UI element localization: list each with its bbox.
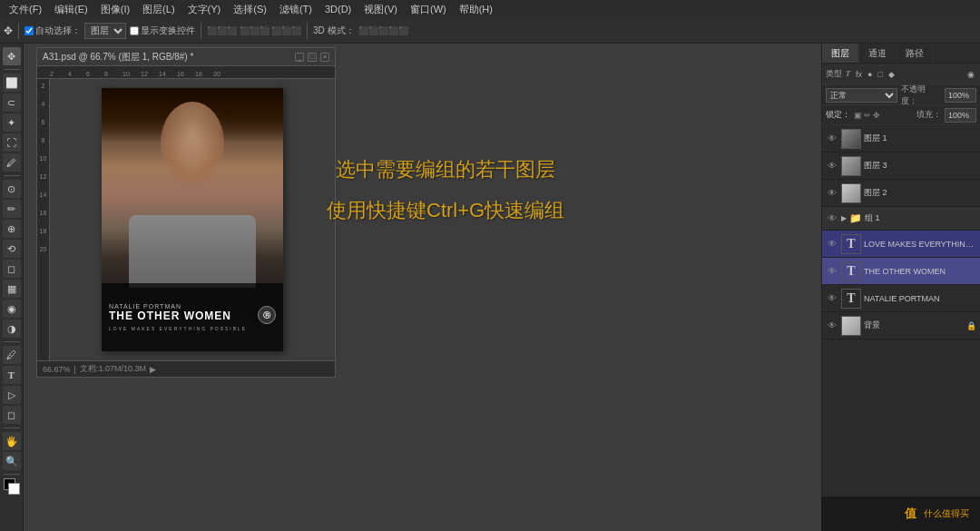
layers-filter-icons: 𝑇 fx ● □ ◆ <box>844 69 897 79</box>
tab-paths[interactable]: 路径 <box>897 44 934 63</box>
tool-marquee[interactable]: ⬜ <box>3 74 21 92</box>
menu-item-view[interactable]: 视图(V) <box>358 0 403 18</box>
layer-dropdown[interactable]: 图层 <box>84 23 126 39</box>
ruler-top: 2 4 6 8 10 12 14 16 18 20 <box>37 66 335 79</box>
doc-minimize-button[interactable]: _ <box>295 53 304 62</box>
filter-attr-icon[interactable]: □ <box>876 70 884 79</box>
tool-gradient[interactable]: ▦ <box>3 280 21 298</box>
layer-item-bg[interactable]: 👁 背景 🔒 <box>822 312 980 339</box>
menu-item-3d[interactable]: 3D(D) <box>319 0 357 18</box>
filter-type-icon[interactable]: 𝑇 <box>844 69 852 79</box>
layer-item-text1[interactable]: 👁 T LOVE MAKES EVERYTHING ... <box>822 231 980 258</box>
menu-item-layer[interactable]: 图层(L) <box>137 0 180 18</box>
background-color[interactable] <box>8 483 20 495</box>
menu-bar: 文件(F) 编辑(E) 图像(I) 图层(L) 文字(Y) 选择(S) 滤镜(T… <box>0 0 980 18</box>
tool-dodge[interactable]: ◑ <box>3 320 21 338</box>
ruler-mark: 8 <box>104 71 122 77</box>
layer-visibility-layer3[interactable]: 👁 <box>826 160 838 172</box>
tab-channels[interactable]: 通道 <box>859 44 897 63</box>
watermark-icon: 值 <box>905 506 916 522</box>
ruler-mark: 18 <box>195 71 213 77</box>
layer-item-text2[interactable]: 👁 T THE OTHER WOMEN <box>822 258 980 285</box>
show-transform-label[interactable]: 显示变换控件 <box>130 25 195 37</box>
tool-zoom[interactable]: 🔍 <box>3 452 21 470</box>
main-layout: ✥ ⬜ ⊂ ✦ ⛶ 🖉 ⊙ ✏ ⊕ ⟲ ◻ ▦ ◉ ◑ 🖊 T ▷ ◻ 🖐 🔍 <box>0 44 980 531</box>
color-swatch[interactable] <box>4 478 20 495</box>
tool-quick-select[interactable]: ✦ <box>3 113 21 132</box>
filter-mode-icon[interactable]: ● <box>866 70 874 79</box>
menu-item-select[interactable]: 选择(S) <box>228 0 272 18</box>
center-annotation: 选中需要编组的若干图层 使用快捷键Ctrl+G快速编组 <box>327 153 564 226</box>
filter-fx-icon[interactable]: fx <box>854 70 864 79</box>
layer-visibility-text2[interactable]: 👁 <box>826 265 838 278</box>
tool-path-select[interactable]: ▷ <box>3 386 21 404</box>
lock-transparent-icon[interactable]: ▣ <box>854 111 862 120</box>
auto-select-label[interactable]: 自动选择： <box>24 25 81 37</box>
toolbar-separator <box>18 23 19 39</box>
fill-value[interactable]: 100% <box>945 108 976 123</box>
menu-item-text[interactable]: 文字(Y) <box>182 0 227 18</box>
layer-visibility-text1[interactable]: 👁 <box>826 238 838 251</box>
filter-color-icon[interactable]: ◆ <box>887 70 897 79</box>
doc-maximize-button[interactable]: □ <box>308 53 317 62</box>
tool-pen[interactable]: 🖊 <box>3 346 21 364</box>
tool-history[interactable]: ⟲ <box>3 240 21 258</box>
fill-label: 填充： <box>916 109 941 121</box>
ruler-v-mark: 14 <box>40 192 47 210</box>
ruler-v-mark: 16 <box>40 210 47 228</box>
layer-visibility-text3[interactable]: 👁 <box>826 292 838 305</box>
layer-thumbnail-bg <box>841 316 861 336</box>
doc-close-button[interactable]: × <box>320 53 329 62</box>
doc-title: A31.psd @ 66.7% (图层 1, RGB/8#) * <box>43 51 193 64</box>
doc-statusbar: 66.67% | 文档:1.07M/10.3M ▶ <box>37 360 335 377</box>
menu-item-help[interactable]: 帮助(H) <box>454 0 498 18</box>
layer-visibility-group1[interactable]: 👁 <box>826 212 838 225</box>
show-transform-checkbox[interactable] <box>130 26 139 35</box>
menu-item-image[interactable]: 图像(I) <box>95 0 135 18</box>
annotation-line1: 选中需要编组的若干图层 <box>327 153 564 185</box>
menu-item-window[interactable]: 窗口(W) <box>405 0 452 18</box>
group-chevron-icon[interactable]: ▶ <box>841 214 847 222</box>
tool-clone[interactable]: ⊕ <box>3 220 21 238</box>
tool-lasso[interactable]: ⊂ <box>3 93 21 112</box>
layer-visibility-layer1[interactable]: 👁 <box>826 133 838 145</box>
layer-item-layer2[interactable]: 👁 图层 2 <box>822 180 980 207</box>
layer-item-layer3[interactable]: 👁 图层 3 <box>822 152 980 180</box>
text-type-icon3: T <box>847 291 855 306</box>
tool-blur[interactable]: ◉ <box>3 300 21 318</box>
tool-eraser[interactable]: ◻ <box>3 260 21 278</box>
menu-item-file[interactable]: 文件(F) <box>4 0 47 18</box>
tool-text[interactable]: T <box>3 366 21 384</box>
layer-item-layer1[interactable]: 👁 图层 1 <box>822 125 980 152</box>
auto-select-checkbox[interactable] <box>24 26 34 35</box>
layer-visibility-layer2[interactable]: 👁 <box>826 187 838 200</box>
3d-mode-label: 3D 模式： <box>313 25 355 37</box>
layer-item-group1[interactable]: 👁 ▶ 📁 组 1 <box>822 207 980 231</box>
tool-crop[interactable]: ⛶ <box>3 133 21 152</box>
lock-label: 锁定： <box>826 109 850 121</box>
menu-item-filter[interactable]: 滤镜(T) <box>274 0 318 18</box>
tool-hand[interactable]: 🖐 <box>3 432 21 450</box>
opacity-value[interactable]: 100% <box>945 88 976 103</box>
tool-eyedropper[interactable]: 🖉 <box>3 153 21 172</box>
blend-mode-select[interactable]: 正常 <box>826 88 897 103</box>
layer-item-text3[interactable]: 👁 T NATALIE PORTMAN <box>822 285 980 312</box>
layer-visibility-bg[interactable]: 👁 <box>826 320 838 332</box>
annotation-line2: 使用快捷键Ctrl+G快速编组 <box>327 194 564 226</box>
text-type-icon2: T <box>847 264 855 279</box>
lock-icons: ▣ ✏ ✥ <box>854 111 880 120</box>
menu-item-edit[interactable]: 编辑(E) <box>49 0 93 18</box>
lock-image-icon[interactable]: ✏ <box>864 111 871 120</box>
ruler-v-mark: 18 <box>40 228 47 246</box>
layers-toggle-icon[interactable]: ◉ <box>965 70 976 79</box>
tool-spot-heal[interactable]: ⊙ <box>3 180 21 198</box>
tool-move[interactable]: ✥ <box>3 47 21 65</box>
canvas-content: NATALIE PORTMAN THE OTHER WOMEN LOVE MAK… <box>50 79 335 360</box>
tab-layers[interactable]: 图层 <box>822 44 859 63</box>
lock-position-icon[interactable]: ✥ <box>873 111 880 120</box>
tool-shape[interactable]: ◻ <box>3 406 21 424</box>
ruler-v-mark: 8 <box>42 137 45 155</box>
ruler-v-mark: 12 <box>40 173 47 192</box>
poster-watermark: Ⓡ <box>258 306 276 324</box>
tool-brush[interactable]: ✏ <box>3 200 21 218</box>
